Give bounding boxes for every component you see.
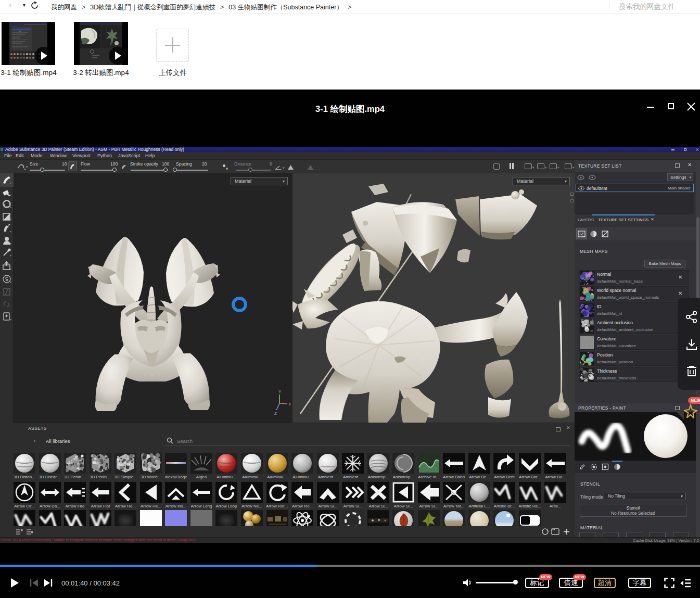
svg-text:X: X bbox=[288, 402, 291, 406]
svg-text:Y: Y bbox=[278, 389, 282, 394]
svg-text:Z: Z bbox=[274, 411, 277, 416]
